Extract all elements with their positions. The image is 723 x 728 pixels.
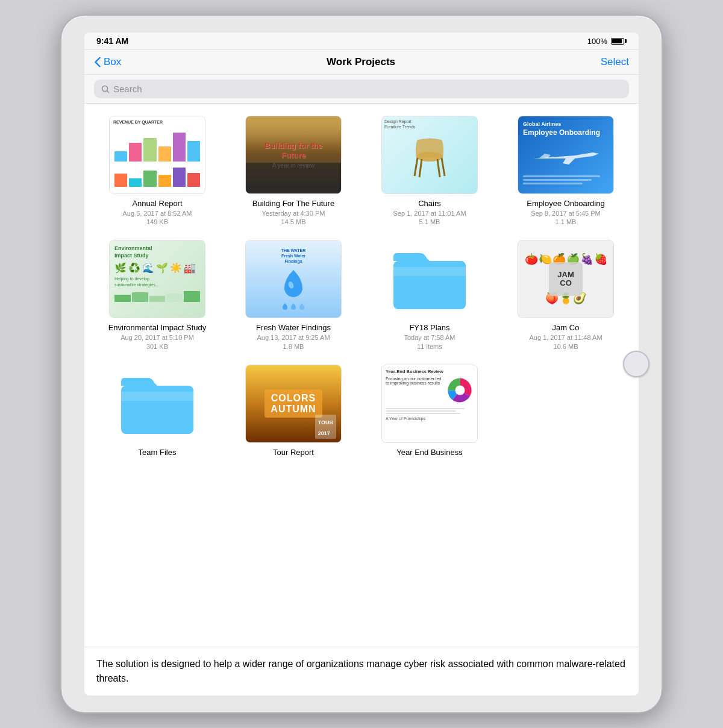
file-date: Aug 20, 2017 at 5:10 PM [120,333,194,342]
file-date: Yesterday at 4:30 PM [262,209,325,218]
file-size: 149 KB [146,218,168,225]
file-thumb-tour: COLORS AUTUMN TOUR2017 [245,365,342,443]
file-name: Annual Report [132,199,182,208]
search-bar-container: Search [84,75,639,104]
file-thumb-year-end: Year-End Business Review [381,365,478,443]
file-item-tour-report[interactable]: COLORS AUTUMN TOUR2017 Tour Report [230,365,357,458]
file-name: Fresh Water Findings [256,323,331,332]
file-name: Environmental Impact Study [108,323,207,332]
file-item-employee-onboarding[interactable]: Global Airlines Employee Onboarding [502,116,629,225]
files-grid: REVENUE BY QUARTER [94,116,629,458]
status-bar: 9:41 AM 100% [84,33,639,50]
svg-line-6 [437,159,440,177]
svg-rect-9 [393,267,466,276]
folder-team-icon [118,371,196,437]
search-bar[interactable]: Search [94,80,629,98]
file-item-building-future[interactable]: Building for the Future A year in review… [230,116,357,225]
file-size: 10.6 MB [554,343,578,350]
file-item-team-files[interactable]: Team Files [94,365,221,458]
file-thumb-chairs: Design ReportFurniture Trends [381,116,478,194]
file-thumb-onboarding: Global Airlines Employee Onboarding [518,116,614,194]
file-item-fy18-plans[interactable]: FY18 Plans Today at 7:58 AM 11 items [366,240,493,350]
battery-icon [611,38,627,45]
file-thumb-environmental: EnvironmentalImpact Study 🌿♻️🌊 🌱☀️🏭 Help… [109,240,205,318]
file-name: Building For The Future [252,199,334,208]
file-item-jam-co[interactable]: 🍅🍋🍊 🍏🍇🍓 🍑🍍🥑 JAM CO Jam Co [502,240,629,350]
nav-bar: Box Work Projects Select [84,50,639,75]
file-thumb-fy18 [381,240,478,318]
status-time: 9:41 AM [96,36,128,46]
file-item-chairs[interactable]: Design ReportFurniture Trends [366,116,493,225]
file-thumb-team-files [109,365,205,443]
file-date: Sep 8, 2017 at 5:45 PM [531,209,601,218]
back-button[interactable]: Box [94,56,121,68]
status-right: 100% [587,37,627,46]
file-size: 301 KB [146,343,168,350]
svg-line-5 [419,159,422,177]
file-date: Aug 13, 2017 at 9:25 AM [257,333,330,342]
file-item-annual-report[interactable]: REVENUE BY QUARTER [94,116,221,225]
select-button[interactable]: Select [601,56,629,68]
file-name: Jam Co [552,323,580,332]
file-name: FY18 Plans [409,323,449,332]
ipad-screen: 9:41 AM 100% Box Work Projects Sele [84,33,639,695]
file-date: Today at 7:58 AM [404,333,455,342]
search-placeholder: Search [113,84,142,94]
file-thumb-building: Building for the Future A year in review [245,116,342,194]
home-button[interactable] [623,351,649,377]
file-date: Aug 1, 2017 at 11:48 AM [529,333,602,342]
file-item-environmental[interactable]: EnvironmentalImpact Study 🌿♻️🌊 🌱☀️🏭 Help… [94,240,221,350]
svg-line-4 [442,158,445,176]
file-thumb-annual-report: REVENUE BY QUARTER [109,116,205,194]
svg-point-0 [102,86,108,91]
svg-line-3 [415,158,418,176]
battery-percent: 100% [587,37,607,46]
file-thumb-freshwater: THE WATERFresh WaterFindings [245,240,342,318]
file-thumb-jamco: 🍅🍋🍊 🍏🍇🍓 🍑🍍🥑 JAM CO [518,240,614,318]
file-item-year-end[interactable]: Year-End Business Review [366,365,493,458]
svg-rect-11 [121,392,193,401]
file-name: Team Files [139,448,177,457]
file-date: Aug 5, 2017 at 8:52 AM [123,209,192,218]
file-name: Tour Report [273,448,314,457]
file-size: 14.5 MB [281,218,306,225]
file-size: 5.1 MB [419,218,440,225]
file-item-freshwater[interactable]: THE WATERFresh WaterFindings [230,240,357,350]
folder-icon [390,246,469,312]
file-name: Employee Onboarding [527,199,604,208]
ipad-device: 9:41 AM 100% Box Work Projects Sele [60,14,663,714]
svg-line-1 [107,90,110,93]
back-label: Box [104,56,121,68]
files-grid-scroll[interactable]: REVENUE BY QUARTER [84,104,639,647]
file-name: Chairs [418,199,441,208]
file-size: 1.1 MB [556,218,577,225]
file-date: Sep 1, 2017 at 11:01 AM [393,209,466,218]
file-size: 1.8 MB [283,343,304,350]
file-size: 11 items [417,343,442,350]
file-name: Year End Business [396,448,462,457]
page-title: Work Projects [327,56,395,68]
bottom-description: The solution is designed to help a wider… [84,647,639,695]
svg-point-13 [455,385,465,395]
